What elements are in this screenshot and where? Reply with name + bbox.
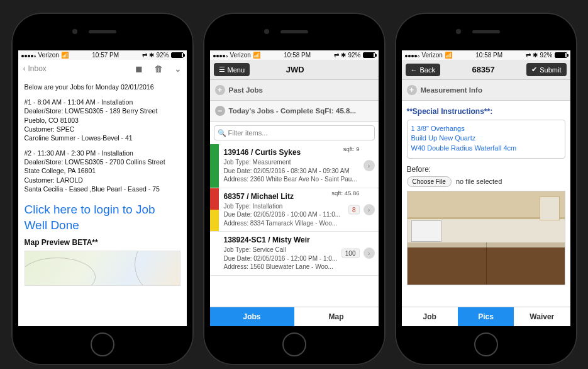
map-preview-label: Map Preview BETA** [25, 238, 180, 247]
status-stripe [210, 232, 219, 275]
chevron-right-icon: › [363, 247, 375, 259]
page-title: 68357 [472, 65, 495, 74]
clock: 10:58 PM [475, 52, 502, 59]
before-photo[interactable] [407, 191, 565, 285]
archive-icon[interactable]: ◼ [135, 64, 143, 74]
sqft-label: sqft: 45.86 [331, 190, 359, 196]
app-header: ←Back 68357 ✔Submit [402, 60, 570, 80]
home-button[interactable] [282, 332, 306, 356]
status-stripe [210, 144, 219, 188]
home-button[interactable] [474, 332, 498, 356]
status-bar: Verizon 📶 10:58 PM ⇄✱92% [402, 50, 570, 60]
choose-file-button[interactable]: Choose File [407, 176, 452, 187]
hamburger-icon: ☰ [219, 65, 225, 74]
tab-map[interactable]: Map [294, 307, 379, 326]
battery-icon [363, 52, 375, 58]
wifi-icon: 📶 [61, 52, 69, 59]
phone-3: Verizon 📶 10:58 PM ⇄✱92% ←Back 68357 ✔Su… [395, 13, 577, 365]
status-stripe [210, 188, 219, 232]
submit-button[interactable]: ✔Submit [526, 63, 566, 76]
back-button[interactable]: ←Back [406, 64, 440, 76]
status-bar: Verizon 📶 10:58 PM ⇄✱92% [210, 50, 379, 60]
job-row[interactable]: 138924-SC1 / Misty Weir Job Type: Servic… [210, 232, 379, 276]
battery-icon [171, 52, 184, 58]
before-label: Before: [407, 165, 565, 174]
measurement-info-section[interactable]: +Measurement Info [402, 80, 570, 101]
tab-job[interactable]: Job [402, 307, 458, 326]
check-icon: ✔ [531, 65, 537, 74]
signal-dots-icon [405, 52, 420, 59]
phone-1: Verizon 📶 10:57 PM ⇄✱92% ‹Inbox ◼ 🗑 ⌄ Be… [11, 13, 194, 365]
plus-icon: + [407, 85, 417, 95]
count-badge: 8 [348, 205, 360, 214]
minus-icon: − [215, 106, 225, 116]
clock: 10:58 PM [284, 52, 311, 59]
back-button[interactable]: ‹Inbox [23, 64, 47, 73]
file-status: no file selected [456, 178, 502, 185]
mail-navbar: ‹Inbox ◼ 🗑 ⌄ [18, 60, 187, 77]
chevron-down-icon[interactable]: ⌄ [174, 64, 182, 74]
plus-icon: + [215, 85, 225, 95]
chevron-right-icon: › [363, 204, 375, 215]
chevron-left-icon: ‹ [23, 64, 26, 73]
status-bar: Verizon 📶 10:57 PM ⇄✱92% [18, 50, 187, 60]
clock: 10:57 PM [92, 52, 119, 59]
special-instructions-box: 1 3/8" Overhangs Build Up New Quartz W40… [407, 120, 565, 159]
tab-jobs[interactable]: Jobs [210, 307, 294, 326]
bottom-tabs: Job Pics Waiver [402, 307, 570, 326]
chevron-right-icon: › [363, 160, 375, 171]
tab-pics[interactable]: Pics [458, 307, 514, 326]
sqft-label: sqft: 9 [343, 145, 360, 152]
count-badge: 100 [341, 249, 360, 258]
job-row[interactable]: sqft: 45.86 68357 / Michael Litz Job Typ… [210, 188, 379, 232]
special-instructions-label: **Special Instructions**: [407, 107, 565, 116]
filter-input[interactable] [214, 125, 375, 140]
past-jobs-section[interactable]: +Past Jobs [210, 80, 379, 101]
tab-waiver[interactable]: Waiver [514, 307, 570, 326]
app-header: ☰Menu JWD [210, 60, 379, 80]
home-button[interactable] [91, 332, 114, 356]
job-row[interactable]: sqft: 9 139146 / Curtis Sykes Job Type: … [210, 144, 379, 188]
menu-button[interactable]: ☰Menu [214, 63, 250, 76]
bottom-tabs: Jobs Map [210, 307, 379, 326]
wifi-icon: 📶 [253, 52, 260, 59]
signal-dots-icon [21, 52, 36, 59]
page-title: JWD [286, 65, 304, 74]
search-icon: 🔍 [218, 129, 226, 137]
email-body: Below are your Jobs for Monday 02/01/201… [18, 77, 187, 326]
arrow-left-icon: ← [411, 66, 418, 74]
battery-icon [555, 52, 567, 58]
signal-dots-icon [213, 52, 228, 59]
wifi-icon: 📶 [445, 52, 452, 59]
login-link[interactable]: Click here to login to Job Well Done [25, 202, 180, 233]
trash-icon[interactable]: 🗑 [154, 64, 163, 74]
todays-jobs-section[interactable]: −Today's Jobs - Complete SqFt: 45.8... [210, 101, 379, 122]
phone-2: Verizon 📶 10:58 PM ⇄✱92% ☰Menu JWD +Past… [203, 13, 386, 365]
map-preview-image[interactable] [25, 251, 180, 286]
